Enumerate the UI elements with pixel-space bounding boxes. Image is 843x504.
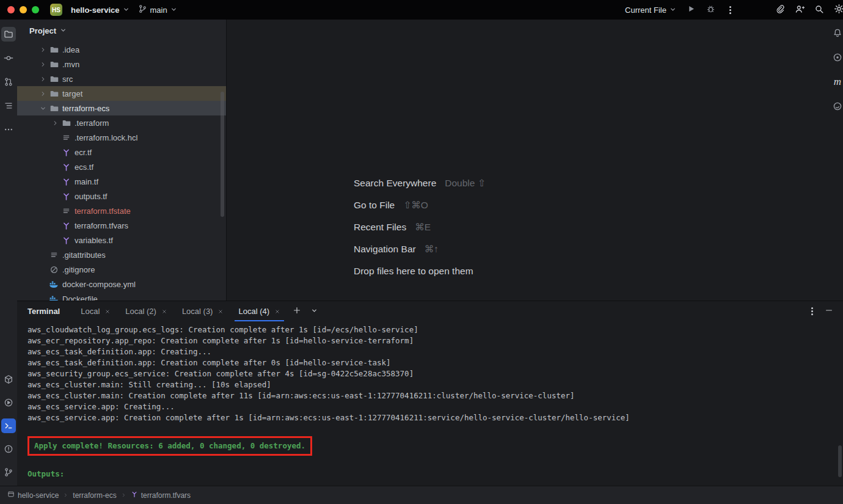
- git-branch-icon: [138, 4, 147, 15]
- hide-terminal-button[interactable]: [821, 304, 837, 320]
- tree-item-.terraform[interactable]: .terraform: [17, 115, 226, 130]
- tree-item-terraform.tfstate[interactable]: terraform.tfstate: [17, 203, 226, 218]
- play-icon: [687, 4, 696, 15]
- terminal-tab-Local (2)[interactable]: Local (2): [118, 301, 175, 321]
- terminal-options-button[interactable]: [804, 304, 820, 320]
- pull-requests-tool-button[interactable]: [1, 75, 16, 89]
- tree-item-.mvn[interactable]: .mvn: [17, 57, 226, 71]
- commit-tool-button[interactable]: [1, 51, 16, 65]
- run-button[interactable]: [682, 1, 700, 18]
- breadcrumbs: hello-serviceterraform-ecsterraform.tfva…: [7, 491, 191, 500]
- breadcrumb-terraform.tfvars[interactable]: terraform.tfvars: [131, 491, 191, 500]
- folder-icon: [49, 45, 59, 54]
- breadcrumb-terraform-ecs[interactable]: terraform-ecs: [73, 491, 116, 500]
- terminal-tab-Local[interactable]: Local: [73, 301, 118, 321]
- terminal-tab-Local (4)[interactable]: Local (4): [231, 301, 288, 321]
- new-terminal-tab-button[interactable]: [289, 304, 305, 320]
- build-tool-button[interactable]: [1, 372, 16, 387]
- minimize-icon: [825, 306, 833, 316]
- chevron-right-icon[interactable]: [38, 61, 48, 68]
- minimize-window-button[interactable]: [20, 6, 27, 13]
- terminal-scrollbar-thumb[interactable]: [838, 445, 842, 477]
- tree-item-terraform.tfvars[interactable]: terraform.tfvars: [17, 218, 226, 233]
- terminal-tab-Local (3)[interactable]: Local (3): [175, 301, 232, 321]
- close-window-button[interactable]: [7, 6, 15, 13]
- file-name: terraform-ecs: [62, 104, 109, 113]
- file-name: ecr.tf: [75, 148, 92, 157]
- code-with-me-button[interactable]: [790, 1, 809, 18]
- notifications-tool-button[interactable]: [830, 26, 843, 40]
- terminal-output[interactable]: aws_cloudwatch_log_group.ecs_logs: Creat…: [17, 321, 843, 486]
- close-tab-icon[interactable]: [104, 309, 111, 315]
- terminal-tool-button[interactable]: [1, 418, 16, 433]
- run-configuration-selector[interactable]: Current File: [621, 3, 681, 17]
- gradle-tool-button[interactable]: [830, 99, 843, 114]
- tree-item-outputs.tf[interactable]: outputs.tf: [17, 189, 226, 203]
- tree-item-ecr.tf[interactable]: ecr.tf: [17, 145, 226, 159]
- project-menu-button[interactable]: hello-service: [67, 3, 134, 17]
- file-name: .terraform: [75, 119, 109, 128]
- tree-item-variables.tf[interactable]: variables.tf: [17, 233, 226, 247]
- chevron-right-icon[interactable]: [38, 90, 48, 97]
- terminal-tab-dropdown-button[interactable]: [306, 304, 322, 320]
- run-config-label: Current File: [625, 5, 666, 15]
- project-scrollbar-thumb[interactable]: [221, 92, 224, 217]
- bug-icon: [706, 4, 715, 15]
- editor-shortcut-hints: Search EverywhereDouble ⇧Go to File⇧⌘ORe…: [354, 172, 486, 282]
- debug-button[interactable]: [701, 1, 720, 18]
- chevron-right-icon[interactable]: [50, 120, 60, 126]
- assistant-tool-button[interactable]: [830, 50, 843, 65]
- tree-item-.idea[interactable]: .idea: [17, 42, 226, 57]
- terraform-icon: [61, 221, 71, 230]
- structure-tool-button[interactable]: [1, 98, 16, 113]
- editor-area[interactable]: Search EverywhereDouble ⇧Go to File⇧⌘ORe…: [227, 20, 843, 301]
- fullscreen-window-button[interactable]: [32, 6, 39, 13]
- content-column: Project .idea.mvnsrctargetterraform-ecs.…: [17, 20, 843, 486]
- settings-button[interactable]: [830, 1, 843, 18]
- tree-item-.gitattributes[interactable]: .gitattributes: [17, 247, 226, 262]
- chevron-right-icon[interactable]: [38, 76, 48, 82]
- chevron-right-icon[interactable]: [38, 46, 48, 53]
- project-avatar: HS: [50, 4, 62, 16]
- panel-title: Project: [29, 26, 56, 35]
- tree-item-docker-compose.yml[interactable]: docker-compose.yml: [17, 277, 226, 291]
- more-tool-button[interactable]: [1, 122, 16, 137]
- chevron-right-icon: [121, 491, 126, 500]
- tree-item-main.tf[interactable]: main.tf: [17, 174, 226, 189]
- close-tab-icon[interactable]: [217, 309, 224, 315]
- tree-item-ecs.tf[interactable]: ecs.tf: [17, 159, 226, 174]
- version-control-tool-button[interactable]: [1, 465, 16, 480]
- tree-item-Dockerfile[interactable]: Dockerfile: [17, 291, 226, 301]
- file-name: Dockerfile: [62, 294, 98, 301]
- breadcrumb-label: terraform-ecs: [73, 491, 116, 500]
- terminal-title[interactable]: Terminal: [27, 307, 60, 316]
- kebab-menu-icon: [729, 6, 731, 14]
- tree-item-target[interactable]: target: [17, 86, 226, 101]
- tree-item-terraform-ecs[interactable]: terraform-ecs: [17, 101, 226, 115]
- branch-menu-button[interactable]: main: [134, 2, 181, 18]
- services-tool-button[interactable]: [1, 395, 16, 410]
- search-everywhere-button[interactable]: [810, 1, 828, 18]
- maven-icon: m: [834, 76, 841, 88]
- file-name: ecs.tf: [75, 163, 93, 172]
- file-icon: [61, 206, 71, 216]
- chevron-down-icon: [670, 5, 676, 15]
- shortcut-keys: ⌘↑: [425, 244, 439, 255]
- maven-tool-button[interactable]: m: [830, 75, 843, 89]
- chevron-down-icon[interactable]: [38, 105, 48, 112]
- problems-tool-button[interactable]: [1, 442, 16, 456]
- tree-item-.gitignore[interactable]: .gitignore: [17, 262, 226, 277]
- project-folder-tool-button[interactable]: [1, 27, 16, 42]
- ai-assistant-button[interactable]: [771, 1, 789, 18]
- tree-item-.terraform.lock.hcl[interactable]: .terraform.lock.hcl: [17, 130, 226, 145]
- titlebar-actions: Current File: [621, 1, 843, 18]
- tree-item-src[interactable]: src: [17, 71, 226, 86]
- project-panel-header[interactable]: Project: [17, 20, 226, 42]
- chevron-right-icon: [63, 491, 68, 500]
- close-tab-icon[interactable]: [274, 309, 280, 315]
- breadcrumb-hello-service[interactable]: hello-service: [7, 491, 59, 500]
- close-tab-icon[interactable]: [161, 309, 167, 315]
- more-actions-button[interactable]: [721, 1, 739, 18]
- shortcut-hint: Search EverywhereDouble ⇧: [354, 172, 486, 194]
- ai-assistant-icon: [775, 4, 785, 16]
